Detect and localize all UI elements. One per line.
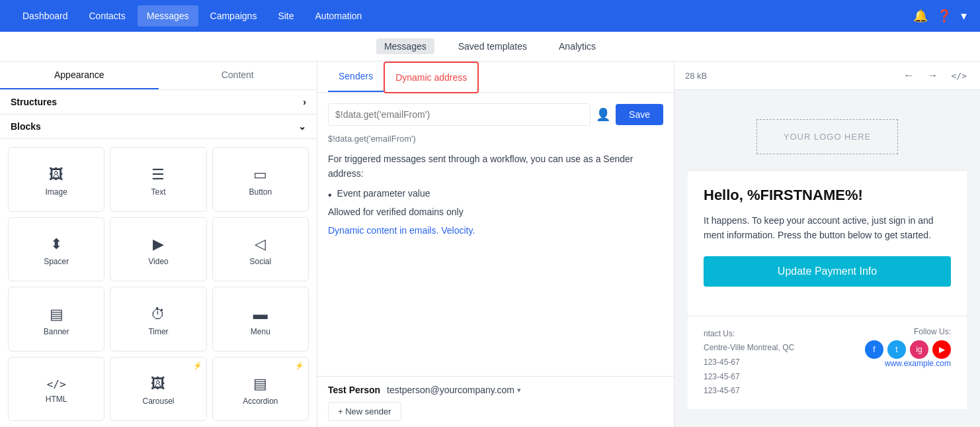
code-view-icon[interactable]: </> xyxy=(949,68,969,83)
button-icon: ▭ xyxy=(253,166,267,183)
block-social-label: Social xyxy=(249,257,271,266)
undo-icon[interactable]: ← xyxy=(901,67,917,84)
dynamic-hint: $!data.get('emailFrom') xyxy=(328,134,663,144)
new-sender-button[interactable]: + New sender xyxy=(328,402,401,421)
twitter-icon[interactable]: t xyxy=(887,340,906,359)
block-video-label: Video xyxy=(148,257,168,266)
block-text[interactable]: ☰ Text xyxy=(110,147,206,212)
timer-icon: ⏱ xyxy=(151,306,165,323)
tab-senders[interactable]: Senders xyxy=(328,62,384,92)
follow-label: Follow Us: xyxy=(865,327,951,336)
block-video[interactable]: ▶ Video xyxy=(110,217,206,282)
contact-phone3: 123-45-67 xyxy=(704,384,794,399)
sub-nav: Messages Saved templates Analytics xyxy=(0,32,980,62)
block-button[interactable]: ▭ Button xyxy=(212,147,309,212)
menu-icon: ▬ xyxy=(253,306,268,323)
middle-bottom: Test Person testperson@yourcompany.com ▾… xyxy=(317,376,674,427)
save-button[interactable]: Save xyxy=(616,104,663,125)
email-greeting: Hello, %FIRSTNAME%! xyxy=(704,187,951,204)
block-social[interactable]: ◁ Social xyxy=(212,217,309,282)
blocks-label: Blocks xyxy=(11,121,41,132)
nav-links: Dashboard Contacts Messages Campaigns Si… xyxy=(13,5,371,26)
tab-content[interactable]: Content xyxy=(159,62,317,89)
social-icon: ◁ xyxy=(255,236,266,253)
structures-section[interactable]: Structures › xyxy=(0,90,317,115)
email-cta-button[interactable]: Update Payment Info xyxy=(704,256,951,287)
block-timer-label: Timer xyxy=(148,327,168,336)
accordion-bolt-icon: ⚡ xyxy=(295,361,304,370)
person-icon[interactable]: 👤 xyxy=(596,107,610,122)
file-size: 28 kB xyxy=(685,71,707,81)
text-icon: ☰ xyxy=(151,166,165,183)
block-banner[interactable]: ▤ Banner xyxy=(8,287,104,352)
block-accordion-label: Accordion xyxy=(243,397,278,406)
email-template: YOUR LOGO HERE Hello, %FIRSTNAME%! It ha… xyxy=(688,103,967,409)
subnav-analytics[interactable]: Analytics xyxy=(551,38,604,54)
email-header: YOUR LOGO HERE xyxy=(688,103,967,171)
chevron-down-icon[interactable]: ▾ xyxy=(961,9,967,23)
block-timer[interactable]: ⏱ Timer xyxy=(110,287,206,352)
subnav-messages[interactable]: Messages xyxy=(376,38,434,54)
accordion-icon: ▤ xyxy=(253,375,267,393)
subnav-saved-templates[interactable]: Saved templates xyxy=(450,38,535,54)
bell-icon[interactable]: 🔔 xyxy=(913,9,928,23)
contact-label: ntact Us: xyxy=(704,327,794,342)
test-person-row: Test Person testperson@yourcompany.com ▾ xyxy=(328,385,663,395)
nav-messages[interactable]: Messages xyxy=(138,5,198,26)
blocks-section[interactable]: Blocks ⌄ xyxy=(0,115,317,139)
footer-follow: Follow Us: f t ig ▶ www.example.com xyxy=(865,327,951,368)
block-spacer[interactable]: ⬍ Spacer xyxy=(8,217,104,282)
redo-icon[interactable]: → xyxy=(925,67,941,84)
nav-contacts[interactable]: Contacts xyxy=(80,5,135,26)
blocks-grid: 🖼 Image ☰ Text ▭ Button ⬍ Spacer ▶ Video xyxy=(0,139,317,427)
email-body-text: It happens. To keep your account active,… xyxy=(704,213,951,243)
contact-phone2: 123-45-67 xyxy=(704,370,794,385)
block-html[interactable]: </> HTML xyxy=(8,357,104,422)
block-spacer-label: Spacer xyxy=(44,257,69,266)
question-icon[interactable]: ❓ xyxy=(937,9,952,23)
block-text-label: Text xyxy=(151,187,165,197)
contact-phone1: 123-45-67 xyxy=(704,356,794,370)
preview-toolbar: 28 kB ← → </> xyxy=(674,62,980,90)
tab-appearance[interactable]: Appearance xyxy=(0,62,159,89)
info-text: For triggered messages sent through a wo… xyxy=(328,152,663,181)
footer-link[interactable]: www.example.com xyxy=(885,359,951,368)
dynamic-link[interactable]: Dynamic content in emails. Velocity. xyxy=(328,225,475,236)
top-nav: Dashboard Contacts Messages Campaigns Si… xyxy=(0,0,980,32)
contact-address: Centre-Ville Montreal, QC xyxy=(704,341,794,356)
structures-arrow-icon: › xyxy=(303,97,306,107)
email-footer: ntact Us: Centre-Ville Montreal, QC 123-… xyxy=(688,316,967,409)
sender-input-row: 👤 Save xyxy=(328,103,663,126)
bullet-dot: • xyxy=(328,188,332,203)
right-panel: 28 kB ← → </> YOUR LOGO HERE Hello, %FIR… xyxy=(674,62,980,427)
main-layout: Appearance Content Structures › Blocks ⌄… xyxy=(0,62,980,427)
nav-dashboard[interactable]: Dashboard xyxy=(13,5,77,26)
email-dropdown-icon: ▾ xyxy=(517,386,521,395)
image-icon: 🖼 xyxy=(49,166,63,183)
block-menu[interactable]: ▬ Menu xyxy=(212,287,309,352)
nav-automation[interactable]: Automation xyxy=(306,5,372,26)
instagram-icon[interactable]: ig xyxy=(910,340,928,359)
block-banner-label: Banner xyxy=(44,327,69,336)
youtube-icon[interactable]: ▶ xyxy=(932,340,951,359)
block-accordion[interactable]: ⚡ ▤ Accordion xyxy=(212,357,309,422)
test-email-value: testperson@yourcompany.com xyxy=(387,385,514,395)
carousel-bolt-icon: ⚡ xyxy=(193,361,202,370)
nav-site[interactable]: Site xyxy=(268,5,303,26)
structures-label: Structures xyxy=(11,97,57,107)
block-carousel[interactable]: ⚡ 🖼 Carousel xyxy=(110,357,206,422)
middle-content: 👤 Save $!data.get('emailFrom') For trigg… xyxy=(317,93,674,376)
bullet-label: Event parameter value xyxy=(337,188,430,199)
middle-panel: Senders Dynamic address 👤 Save $!data.ge… xyxy=(317,62,674,427)
nav-icons: 🔔 ❓ ▾ xyxy=(913,9,967,23)
social-icons: f t ig ▶ xyxy=(865,340,951,359)
tab-dynamic-address[interactable]: Dynamic address xyxy=(384,62,479,93)
block-image[interactable]: 🖼 Image xyxy=(8,147,104,212)
nav-campaigns[interactable]: Campaigns xyxy=(201,5,266,26)
sidebar-tabs: Appearance Content xyxy=(0,62,317,90)
sender-input[interactable] xyxy=(328,103,591,126)
bullet-event-param: • Event parameter value xyxy=(328,188,663,203)
video-icon: ▶ xyxy=(153,236,164,253)
facebook-icon[interactable]: f xyxy=(865,340,883,359)
test-person-email[interactable]: testperson@yourcompany.com ▾ xyxy=(387,385,521,395)
